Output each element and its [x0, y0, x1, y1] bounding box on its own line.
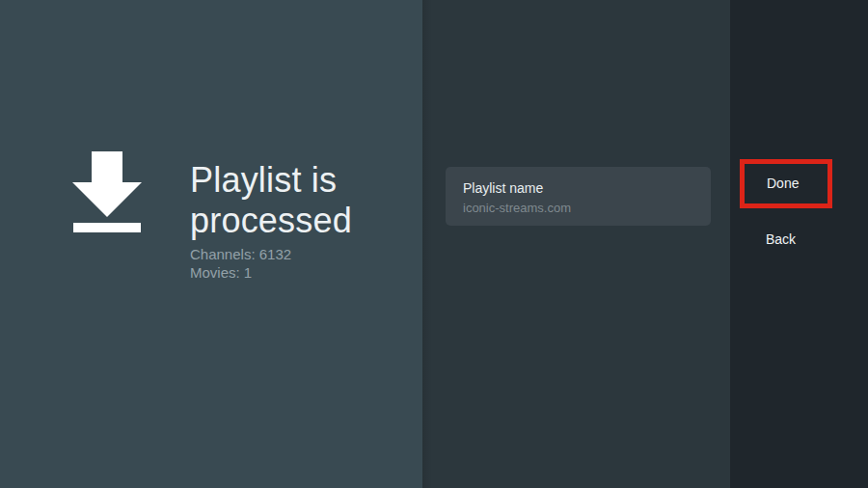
back-button[interactable]: Back [730, 221, 868, 258]
playlist-panel: Playlist name iconic-streams.com [422, 0, 730, 488]
channels-count: Channels: 6132 [190, 245, 291, 263]
status-panel: Playlist is processed Channels: 6132 Mov… [0, 0, 422, 488]
download-icon [72, 151, 142, 232]
playlist-url-value: iconic-streams.com [463, 201, 693, 216]
playlist-processed-screen: Playlist is processed Channels: 6132 Mov… [0, 0, 868, 488]
status-title: Playlist is processed [190, 160, 388, 241]
playlist-name-field[interactable]: Playlist name iconic-streams.com [446, 167, 711, 226]
status-stats: Channels: 6132 Movies: 1 [190, 245, 291, 282]
done-button[interactable]: Done [740, 159, 832, 208]
back-label: Back [766, 231, 796, 247]
movies-count: Movies: 1 [190, 263, 291, 282]
done-label: Done [767, 176, 799, 191]
action-menu: Done Back [730, 0, 868, 488]
playlist-name-label: Playlist name [463, 180, 693, 197]
